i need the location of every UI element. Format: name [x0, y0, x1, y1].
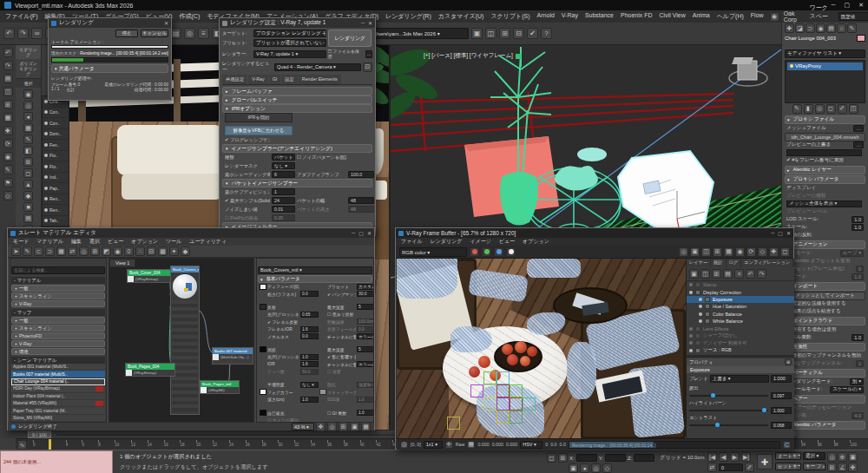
slider-track[interactable] [689, 410, 768, 411]
scene-material-item[interactable]: HDRI Day (VRayBitmap) [11, 385, 105, 392]
stop-button[interactable]: 停止 [115, 30, 138, 37]
color-swatch[interactable] [260, 304, 266, 310]
explorer-object-name[interactable]: Flo.. [49, 153, 58, 158]
ribbon-tab-modeling[interactable]: モデリング [16, 45, 41, 59]
vfb-toolbar-icon[interactable]: ◫ [701, 247, 711, 257]
material-editor-menu-item[interactable]: モード [13, 238, 29, 246]
material-editor-menu-item[interactable]: ビュー [108, 238, 123, 246]
selection-lock-icon[interactable]: ◻ [547, 453, 556, 463]
eye-icon[interactable] [44, 208, 48, 212]
command-panel-row[interactable]: 無効なマップチャンネル: 1 [785, 360, 865, 368]
modifier-stack[interactable]: VRayProxy [785, 60, 865, 103]
green-channel-icon[interactable] [482, 247, 491, 257]
pan-icon[interactable]: ✥ [848, 463, 858, 472]
absolute-mode-icon[interactable]: ⊞ [558, 453, 568, 463]
explorer-object-name[interactable]: Ind.. [49, 174, 58, 180]
explorer-object-name[interactable]: Con.. [49, 121, 60, 126]
auto-key-button[interactable]: オートキー [775, 452, 801, 460]
render-setup-row[interactable]: レンダーマスク なし ▾ [222, 161, 372, 170]
export-icon[interactable]: ⊟ [513, 28, 524, 39]
command-panel-row[interactable]: パーティクル [785, 369, 865, 378]
timeline-tick[interactable]: 40 [360, 440, 377, 447]
material-parameter-row[interactable]: 粗さ(ラフネス) 0.0 ✔ バンプマップ 30.0 [258, 290, 372, 297]
menu-item[interactable]: Arnold [537, 12, 555, 21]
menu-item[interactable]: 作成(C) [180, 12, 201, 21]
timeline-tick[interactable]: 12 [131, 440, 148, 447]
left-toolbar-icon[interactable]: ⊞ [3, 100, 13, 109]
eye-icon[interactable] [44, 154, 48, 157]
timeline-tick[interactable]: 36 [327, 440, 344, 447]
eye-icon[interactable] [699, 319, 702, 323]
explorer-row[interactable]: Dom.. [43, 129, 69, 141]
explorer-row[interactable]: Ren.. [43, 205, 69, 216]
node-bitmap[interactable]: Book_Pages_004 (VRayBitmap) [125, 363, 175, 377]
next-frame-icon[interactable]: ▶| [741, 452, 751, 462]
ribbon-icon[interactable]: ▤ [23, 214, 33, 223]
object-color-swatch[interactable] [857, 35, 865, 42]
command-panel-row[interactable]: レベル乗数: 1.0 [785, 334, 865, 342]
material-parameter-row[interactable]: 半透明度 なし ▾ 散乱 強度順 ▾ [258, 381, 372, 388]
left-toolbar-icon[interactable]: ✎ [3, 165, 13, 174]
timeline-tick[interactable]: 8 [98, 440, 115, 447]
render-setup-row[interactable]: 最小サブディビジョン 1 [222, 187, 372, 196]
modifier-list-select[interactable]: モディファイヤ リスト ▾ [785, 49, 865, 58]
explorer-row[interactable]: Fen.. [43, 140, 69, 151]
slider-value-field[interactable]: 0.097 [771, 392, 792, 399]
material-parameter-row[interactable]: フレネルIOR 1.6 反射フォールオフ 0.0 [258, 325, 372, 332]
left-toolbar-icon[interactable]: ▤ [3, 74, 13, 83]
eye-icon[interactable] [689, 291, 693, 294]
target-select[interactable]: プロダクション レンダリング モード ▾ [253, 30, 326, 37]
x-coord-field[interactable] [576, 454, 597, 462]
command-panel-tab[interactable]: ✎ [847, 23, 857, 33]
material-editor-menu-item[interactable]: 編集 [71, 238, 82, 246]
timeline-tick[interactable]: 94 [801, 440, 818, 447]
ribbon-subtab-polygon-modeling[interactable]: ポリゴン モデリング [16, 59, 41, 79]
selection-set-select[interactable]: 選択 ▾ [803, 452, 825, 460]
layer-row[interactable]: Color Balance [687, 311, 794, 318]
timeline-tick[interactable]: 22 [213, 440, 229, 447]
vfb-toolbar-icon[interactable]: ✚ [769, 247, 779, 257]
material-editor-menu-item[interactable]: マテリアル [36, 238, 63, 246]
ribbon-icon[interactable]: ◻ [23, 168, 33, 178]
node-material[interactable]: Book_Pages_mtl (VRayMtl) [200, 380, 240, 394]
channel-select[interactable]: RGB color ▾ [399, 247, 467, 257]
explorer-row[interactable]: Con.. [43, 108, 69, 119]
material-parameter-row[interactable]: 深さ(cm) 1.0 SSS量 1.0 [258, 396, 372, 403]
map-category[interactable]: 環境 [11, 348, 105, 355]
command-panel-tab[interactable]: ⌂ [837, 23, 846, 33]
timeline-tick[interactable]: 96 [818, 440, 834, 447]
render-setup-tab[interactable]: V-Ray [248, 75, 267, 84]
hsv-select[interactable]: HSV ▾ [520, 441, 542, 449]
open-scene-icon[interactable]: ◫ [485, 28, 496, 39]
zoom-extents-icon[interactable]: ▣ [848, 452, 858, 462]
toolbar-icon[interactable]: ↷ [17, 28, 29, 39]
command-panel-row[interactable]: スケールモード: スケールの ▾ [785, 386, 865, 394]
scene-material-item[interactable]: Indoor Plant 004 material (.. [11, 393, 105, 400]
menu-item[interactable]: ファイル(F) [5, 12, 38, 21]
scene-materials-header[interactable]: シーン マテリアル [11, 357, 105, 364]
command-panel-row[interactable]: スピード: 1.0 [785, 273, 865, 281]
save-file-checkbox[interactable]: ☐ ファイルを保存 [328, 49, 364, 59]
material-editor-tool-icon[interactable]: ⊟ [147, 246, 156, 256]
timeline-tick[interactable]: 16 [164, 440, 181, 447]
save-scene-icon[interactable]: ▣ [471, 28, 483, 39]
menu-item[interactable]: レンダリング(R) [385, 12, 431, 21]
command-panel-row[interactable]: プレビューの上書き … [785, 141, 865, 149]
command-panel-row[interactable]: ポイントクラウド [785, 317, 865, 325]
command-panel-row[interactable]: 再生モード: ループ ▾ [785, 250, 865, 258]
timeline-tick[interactable]: 6 [82, 440, 98, 447]
eye-icon[interactable] [44, 187, 48, 190]
isolate-selection-icon[interactable]: ▣ [569, 463, 578, 473]
stack-tool-icon[interactable]: ✎ [792, 104, 802, 114]
explorer-object-name[interactable]: Ren.. [49, 207, 60, 213]
command-panel-tab[interactable]: ▤ [826, 23, 836, 33]
slider-value-field[interactable]: 0.068 [771, 422, 792, 429]
material-editor-tool-icon[interactable]: ⇄ [68, 246, 77, 256]
command-panel-row[interactable]: プロキシ パラメータ [785, 175, 865, 184]
toolbar-icon[interactable]: ∞ [31, 28, 43, 39]
eye-icon[interactable] [699, 305, 702, 308]
vfb-menu-item[interactable]: ファイル [401, 238, 423, 246]
common-parameters-rollout[interactable]: 共通パラメータ [51, 64, 168, 73]
eye-icon[interactable] [689, 341, 693, 345]
viewport-label[interactable]: [+] [パース] [標準] [ワイヤフレーム] [424, 52, 521, 60]
